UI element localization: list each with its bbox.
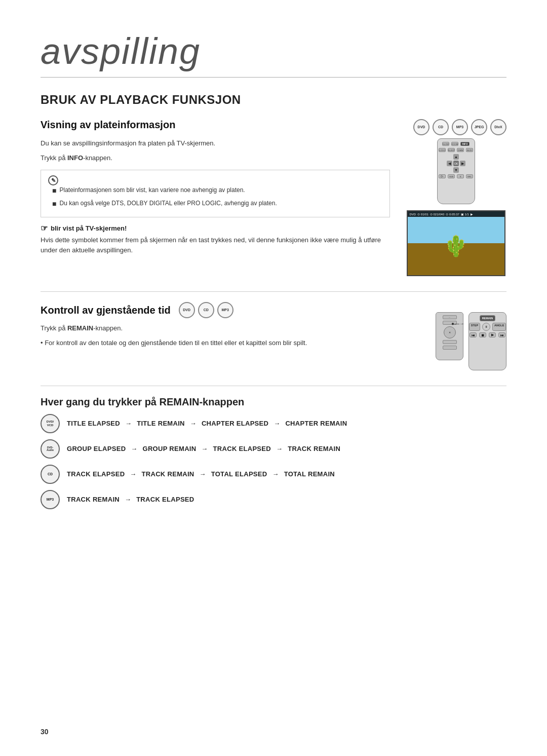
divider-1 <box>41 291 506 292</box>
flow-disc-dvd-vcd: DVD/VCD <box>41 414 60 433</box>
subsection-gjenstaaende: Kontroll av gjenstående tid DVD CD MP3 T… <box>41 302 506 370</box>
tv-info-play: ▶ <box>471 212 473 216</box>
disc-icon-dvd-2: DVD <box>179 302 195 318</box>
flow-disc-cd: CD <box>41 465 60 484</box>
flow-span-group-remain: GROUP REMAIN <box>143 445 197 452</box>
flow-text-dvd-audio: GROUP ELAPSED → GROUP REMAIN → TRACK ELA… <box>67 444 340 453</box>
nav-center-btn: OK <box>453 161 459 166</box>
section-heading: BRUK AV PLAYBACK FUNKSJON <box>41 93 506 107</box>
dimmer-btn: DIMM <box>457 148 464 152</box>
tv-info-bar: DVD ⊙ 01/01 ⊙ 021/040 ⊙ 0:05:37 ▣ 1/1 ▶ <box>408 211 504 217</box>
arrow-10: → <box>125 496 133 503</box>
hand-label-text: blir vist på TV-skjermen! <box>51 224 127 232</box>
prev-track-btn: ⏮ <box>470 332 477 337</box>
subsection-content-1: Visning av plateinformasjon <box>41 119 390 136</box>
arrow-3: → <box>274 420 282 427</box>
subsection-title-1: Visning av plateinformasjon <box>41 119 390 131</box>
tv-info-pages: ▣ 1/1 <box>461 212 469 216</box>
disc-icon-jpeg: JPEG <box>471 119 487 135</box>
note-icon-1: ✎ <box>48 175 58 185</box>
remote-btn-row-1: SLOW ZOOM INFO <box>442 142 470 146</box>
flow-span-group-elapsed: GROUP ELAPSED <box>67 445 126 452</box>
remain-btn-row-2: STEP ⏸ ANGLE <box>469 323 506 331</box>
flow-span-track-remain-2: TRACK REMAIN <box>288 445 340 452</box>
arrow-7: → <box>130 470 138 478</box>
arrow-1: → <box>125 420 134 427</box>
arrow-8: → <box>199 470 208 478</box>
flow-text-mp3: TRACK REMAIN → TRACK ELAPSED <box>67 495 194 504</box>
nav-left-btn: ◀ <box>447 161 452 166</box>
disc-icon-mp3-2: MP3 <box>217 302 233 318</box>
disc-icon-dvd: DVD <box>413 119 429 135</box>
disc-icons-row-1: DVD CD MP3 JPEG DivX <box>413 119 506 135</box>
remote-drawing-1: SLOW ZOOM INFO LOGO SLEEP DIMM AUDI ▲ ◀ … <box>437 138 475 204</box>
nav-right-btn: ▶ <box>460 161 465 166</box>
note-box-1: ✎ ■ Plateinformasjonen som blir vist, ka… <box>41 170 390 217</box>
audio-btn: AUDI <box>466 148 473 152</box>
nav-up-btn: ▲ <box>453 154 459 160</box>
remain-btn-row-1: REMAIN <box>480 315 496 321</box>
flow-span-total-remain: TOTAL REMAIN <box>284 470 335 478</box>
arrow-9: → <box>272 470 281 478</box>
flow-text-cd: TRACK ELAPSED → TRACK REMAIN → TOTAL ELA… <box>67 470 335 479</box>
hand-text: Hvis dette symbolet kommer frem på skjer… <box>41 235 390 256</box>
flow-span-track-elapsed-2: TRACK ELAPSED <box>213 445 271 452</box>
slow-btn: SLOW <box>442 142 449 146</box>
note-item-1: ■ Plateinformasjonen som blir vist, kan … <box>48 185 382 196</box>
subsection-remain-knapp: Hver gang du trykker på REMAIN-knappen D… <box>41 396 506 509</box>
disc-icon-cd: CD <box>433 119 449 135</box>
hand-icon: ☞ <box>41 223 48 233</box>
flow-span-title-remain: TITLE REMAIN <box>137 420 185 427</box>
flow-span-chapter-remain: CHAPTER REMAIN <box>285 420 347 427</box>
pause-circle: ⏸ <box>482 323 490 331</box>
nav-cross-1: ▲ ◀ OK ▶ ▼ <box>447 154 465 172</box>
disc-icon-divx: DivX <box>490 119 506 135</box>
flow-text-dvd: TITLE ELAPSED → TITLE REMAIN → CHAPTER E… <box>67 419 347 428</box>
disc-icon-cd-2: CD <box>198 302 214 318</box>
note-item-2: ■ Du kan også velge DTS, DOLBY DIGITAL e… <box>48 199 382 209</box>
flow-span-title-elapsed: TITLE ELAPSED <box>67 420 120 427</box>
small-r-circle: ✕ <box>444 326 456 338</box>
zoom-btn: ZOOM <box>451 142 458 146</box>
remote-btn-row-3: D- SUB S SRC <box>439 174 473 178</box>
tv-screenshot-1: 🌵 DVD ⊙ 01/01 ⊙ 021/040 ⊙ 0:05:37 ▣ 1/1 … <box>407 210 505 276</box>
cactus-icon: 🌵 <box>443 234 468 258</box>
page-title: avspilling <box>41 30 506 78</box>
source-btn: SRC <box>466 174 473 178</box>
note-text-1: Plateinformasjonen som blir vist, kan va… <box>59 185 245 195</box>
next-track-btn: ⏭ <box>498 332 505 337</box>
step-btn: STEP <box>469 323 480 331</box>
d-minus-btn: D- <box>439 174 446 178</box>
flow-span-track-elapsed-4: TRACK ELAPSED <box>136 496 194 503</box>
subsection-plateinformasjon: Visning av plateinformasjon DVD CD MP3 J… <box>41 119 506 276</box>
tv-info-track: ⊙ 021/040 <box>430 212 444 216</box>
remain-body: • For kontroll av den totale og den gjen… <box>41 338 390 349</box>
small-r-row3 <box>443 340 457 344</box>
flow-row-dvd: DVD/VCD TITLE ELAPSED → TITLE REMAIN → C… <box>41 414 506 433</box>
flow-disc-dvd-audio: DVD-Audio <box>41 439 60 459</box>
flow-row-cd: CD TRACK ELAPSED → TRACK REMAIN → TOTAL … <box>41 465 506 484</box>
arrow-2: → <box>190 420 199 427</box>
play-btn: ▶ <box>489 332 496 337</box>
disc-icon-mp3: MP3 <box>452 119 468 135</box>
tv-info-time: ⊙ 0:05:37 <box>446 212 459 216</box>
col-left-1: Du kan se avspillingsinformasjon fra pla… <box>41 138 390 260</box>
flow-span-chapter-elapsed: CHAPTER ELAPSED <box>202 420 268 427</box>
remain-instruction: Trykk på REMAIN-knappen. <box>41 323 390 334</box>
flow-row-mp3: MP3 TRACK REMAIN → TRACK ELAPSED <box>41 490 506 509</box>
flow-span-track-remain-3: TRACK REMAIN <box>142 470 194 478</box>
arrow-indicator: ●—→ <box>451 321 464 326</box>
instruction-1: Trykk på INFO-knappen. <box>41 153 390 164</box>
remain-btn-row-3: ⏮ ⏹ ▶ ⏭ <box>470 332 505 337</box>
remain-remote-area: ··· ✕ ●—→ REMAIN <box>436 312 506 370</box>
flow-row-dvd-audio: DVD-Audio GROUP ELAPSED → GROUP REMAIN →… <box>41 439 506 459</box>
arrow-4: → <box>131 445 139 452</box>
subsection-content-2: Kontroll av gjenstående tid DVD CD MP3 T… <box>41 302 390 353</box>
subsection-img-area-1: DVD CD MP3 JPEG DivX <box>400 119 506 138</box>
page-number: 30 <box>41 728 49 736</box>
note-text-2: Du kan også velge DTS, DOLBY DIGITAL ell… <box>59 199 277 208</box>
tv-info-dvd: DVD <box>410 213 416 216</box>
remote-btn-row-2: LOGO SLEEP DIMM AUDI <box>439 148 473 152</box>
subsection-title-2: Kontroll av gjenstående tid <box>41 305 171 316</box>
angle-btn: ANGLE <box>492 323 506 331</box>
